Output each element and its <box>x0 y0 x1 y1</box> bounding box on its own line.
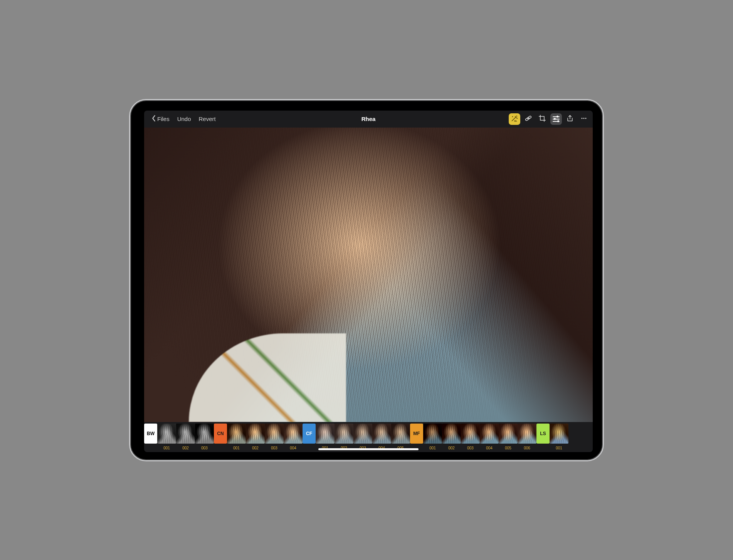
svg-point-8 <box>582 118 583 119</box>
preset-thumb[interactable] <box>461 424 480 444</box>
back-label: Files <box>157 116 170 122</box>
svg-point-10 <box>585 118 587 119</box>
preset-thumb[interactable] <box>316 424 335 444</box>
crop-icon <box>538 114 546 123</box>
preset-group-chip-cn[interactable]: CN <box>214 424 227 444</box>
preset-group-chip-bw[interactable]: BW <box>144 424 157 444</box>
preset-thumb[interactable] <box>423 424 442 444</box>
preset-thumb-label: 003 <box>195 445 214 451</box>
preset-strip: BWCNCFMFLS 00100200300100200300400100200… <box>144 422 593 452</box>
preset-thumb[interactable] <box>518 424 536 444</box>
preset-thumb-label: 004 <box>284 445 303 451</box>
repair-button[interactable] <box>523 113 534 125</box>
bandage-icon <box>525 114 532 123</box>
preset-thumb[interactable] <box>353 424 372 444</box>
preset-thumb-label: 006 <box>518 445 536 451</box>
device-frame: Files Undo Revert Rhea <box>129 99 604 461</box>
preset-thumb[interactable] <box>499 424 518 444</box>
crop-button[interactable] <box>536 113 548 125</box>
svg-text:ML: ML <box>514 120 518 122</box>
magic-wand-ml-icon: ML <box>511 114 518 123</box>
preset-thumb[interactable] <box>246 424 265 444</box>
photo-image <box>144 128 593 422</box>
preset-thumb[interactable] <box>335 424 353 444</box>
svg-point-0 <box>516 116 517 116</box>
preset-thumb-label: 003 <box>265 445 284 451</box>
preset-thumb[interactable] <box>442 424 461 444</box>
preset-thumb[interactable] <box>372 424 391 444</box>
preset-thumb[interactable] <box>157 424 176 444</box>
svg-point-7 <box>528 118 528 118</box>
preset-thumb-label: 004 <box>480 445 499 451</box>
share-icon <box>566 114 574 123</box>
preset-thumb-label: 002 <box>442 445 461 451</box>
sliders-icon <box>553 116 560 122</box>
more-button[interactable] <box>578 113 590 125</box>
preset-thumb-label: 001 <box>550 445 568 451</box>
preset-thumb-label: 002 <box>176 445 195 451</box>
preset-thumb[interactable] <box>195 424 214 444</box>
undo-button[interactable]: Undo <box>173 113 195 124</box>
home-indicator[interactable] <box>318 448 419 450</box>
svg-point-2 <box>517 118 517 119</box>
preset-thumb-label: 002 <box>246 445 265 451</box>
preset-thumb[interactable] <box>176 424 195 444</box>
back-to-files-button[interactable]: Files <box>147 113 173 125</box>
adjustments-panel-button[interactable] <box>550 113 562 125</box>
photo-canvas[interactable] <box>144 128 593 422</box>
preset-thumb-label: 001 <box>157 445 176 451</box>
preset-group-chip-mf[interactable]: MF <box>410 424 423 444</box>
share-button[interactable] <box>564 113 576 125</box>
revert-label: Revert <box>199 116 216 122</box>
toolbar: Files Undo Revert Rhea <box>144 111 593 128</box>
preset-group-chip-ls[interactable]: LS <box>536 424 550 444</box>
preset-thumb[interactable] <box>284 424 303 444</box>
preset-thumb[interactable] <box>550 424 568 444</box>
preset-thumb[interactable] <box>265 424 284 444</box>
chevron-left-icon <box>151 115 156 123</box>
preset-group-chip-cf[interactable]: CF <box>303 424 316 444</box>
ellipsis-icon <box>580 114 588 123</box>
preset-thumb[interactable] <box>391 424 410 444</box>
preset-thumb[interactable] <box>480 424 499 444</box>
svg-point-9 <box>583 118 585 119</box>
preset-strip-row[interactable]: BWCNCFMFLS <box>144 423 593 445</box>
screen: Files Undo Revert Rhea <box>144 111 593 452</box>
preset-thumb-label: 001 <box>423 445 442 451</box>
revert-button[interactable]: Revert <box>195 113 220 124</box>
preset-thumb-label: 005 <box>499 445 518 451</box>
preset-thumb-label: 001 <box>227 445 246 451</box>
preset-thumb[interactable] <box>227 424 246 444</box>
ml-enhance-button[interactable]: ML <box>509 113 520 125</box>
preset-thumb-label: 003 <box>461 445 480 451</box>
svg-point-1 <box>513 116 513 117</box>
undo-label: Undo <box>177 116 191 122</box>
